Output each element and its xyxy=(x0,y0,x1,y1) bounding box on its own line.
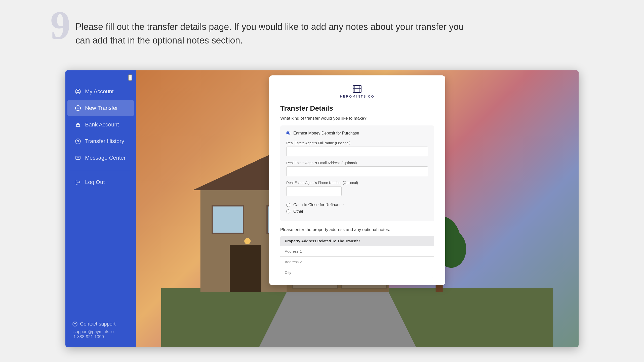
form-modal: HEROMINTS CO Transfer Details What kind … xyxy=(269,75,445,285)
sidebar-item-label-message-center: Message Center xyxy=(85,155,126,161)
svg-rect-37 xyxy=(355,85,360,93)
radio-other-label[interactable]: Other xyxy=(293,209,303,214)
sidebar-item-new-transfer[interactable]: New Transfer xyxy=(67,100,134,116)
svg-rect-27 xyxy=(230,245,261,292)
address-section-header: Property Address Related To The Transfer xyxy=(280,236,434,246)
sidebar: « My Account xyxy=(65,70,136,347)
bank-icon xyxy=(74,121,82,128)
svg-rect-7 xyxy=(78,125,78,126)
radio-earnest-money-input[interactable] xyxy=(286,131,290,135)
field-group-agent-name: Real Estate Agent's Full Name (Optional) xyxy=(286,141,428,156)
radio-earnest-money-label[interactable]: Earnest Money Deposit for Purchase xyxy=(293,131,359,135)
dollar-icon: $ xyxy=(74,138,82,145)
field-group-agent-phone: Real Estate Agent's Phone Number (Option… xyxy=(286,181,428,196)
sidebar-collapse-button[interactable]: « xyxy=(128,74,132,81)
agent-email-label: Real Estate Agent's Email Address (Optio… xyxy=(286,161,428,165)
sidebar-item-bank-account[interactable]: Bank Account xyxy=(67,117,134,133)
radio-cash-to-close-label[interactable]: Cash to Close for Refinance xyxy=(293,203,344,207)
city-input[interactable] xyxy=(280,267,434,278)
svg-rect-8 xyxy=(79,125,80,126)
svg-marker-10 xyxy=(76,123,80,124)
agent-phone-input[interactable] xyxy=(286,186,342,196)
sidebar-nav: My Account New Transfer xyxy=(65,70,136,316)
field-group-agent-email: Real Estate Agent's Email Address (Optio… xyxy=(286,161,428,176)
sidebar-item-transfer-history[interactable]: $ Transfer History xyxy=(67,133,134,149)
sign-out-icon xyxy=(74,179,82,186)
sidebar-item-label-bank-account: Bank Account xyxy=(85,121,119,128)
sidebar-item-log-out[interactable]: Log Out xyxy=(67,174,134,190)
envelope-icon xyxy=(74,154,82,161)
address-section: Property Address Related To The Transfer xyxy=(280,236,434,278)
instruction-text: Please fill out the transfer details pag… xyxy=(75,10,478,47)
house-background: HEROMINTS CO Transfer Details What kind … xyxy=(136,70,579,347)
support-email: support@paymints.io xyxy=(73,329,129,334)
agent-email-input[interactable] xyxy=(286,166,428,176)
screenshot-container: « My Account xyxy=(65,70,579,347)
address2-input[interactable] xyxy=(280,257,434,267)
radio-earnest-money[interactable]: Earnest Money Deposit for Purchase xyxy=(286,131,428,135)
agent-phone-label: Real Estate Agent's Phone Number (Option… xyxy=(286,181,428,185)
instruction-area: 9 Please fill out the transfer details p… xyxy=(50,10,594,47)
svg-rect-36 xyxy=(353,85,361,93)
svg-text:$: $ xyxy=(77,139,79,143)
nav-divider xyxy=(70,170,131,170)
svg-point-30 xyxy=(244,238,251,244)
logo-svg xyxy=(352,84,362,94)
form-question: What kind of transfer would you like to … xyxy=(280,116,434,121)
radio-cash-to-close[interactable]: Cash to Close for Refinance xyxy=(286,203,428,207)
support-label: Contact support xyxy=(80,321,115,327)
modal-logo: HEROMINTS CO xyxy=(280,84,434,98)
step-number: 9 xyxy=(50,5,70,45)
optional-fields: Real Estate Agent's Full Name (Optional)… xyxy=(286,138,428,203)
agent-name-input[interactable] xyxy=(286,147,428,156)
plus-circle-icon xyxy=(74,105,82,112)
radio-other-input[interactable] xyxy=(286,209,290,213)
help-icon: ? xyxy=(72,322,77,327)
svg-text:?: ? xyxy=(74,322,76,326)
radio-cash-to-close-input[interactable] xyxy=(286,203,290,207)
form-title: Transfer Details xyxy=(280,104,434,112)
svg-rect-28 xyxy=(212,206,244,233)
address-section-title: Please enter the property address and an… xyxy=(280,227,434,232)
logo-icon-container xyxy=(340,84,374,94)
sidebar-item-label-transfer-history: Transfer History xyxy=(85,138,124,145)
transfer-type-section: Earnest Money Deposit for Purchase Real … xyxy=(280,125,434,221)
agent-name-label: Real Estate Agent's Full Name (Optional) xyxy=(286,141,428,145)
svg-point-0 xyxy=(77,90,79,92)
radio-other[interactable]: Other xyxy=(286,209,428,214)
user-circle-icon xyxy=(74,88,82,95)
sidebar-item-label-my-account: My Account xyxy=(85,88,114,95)
support-phone: 1-888-921-1090 xyxy=(73,334,129,339)
sidebar-item-message-center[interactable]: Message Center xyxy=(67,150,134,166)
svg-rect-5 xyxy=(76,124,80,125)
svg-rect-6 xyxy=(76,125,77,126)
address1-input[interactable] xyxy=(280,246,434,257)
svg-marker-31 xyxy=(259,292,416,347)
sidebar-item-my-account[interactable]: My Account xyxy=(67,83,134,100)
logo-text: HEROMINTS CO xyxy=(340,95,374,98)
background-image-area: HEROMINTS CO Transfer Details What kind … xyxy=(136,70,579,347)
support-title-row: ? Contact support xyxy=(72,321,129,327)
sidebar-support: ? Contact support support@paymints.io 1-… xyxy=(65,316,136,347)
svg-rect-9 xyxy=(76,126,80,127)
sidebar-item-label-new-transfer: New Transfer xyxy=(85,105,118,111)
sidebar-item-label-log-out: Log Out xyxy=(85,179,105,186)
